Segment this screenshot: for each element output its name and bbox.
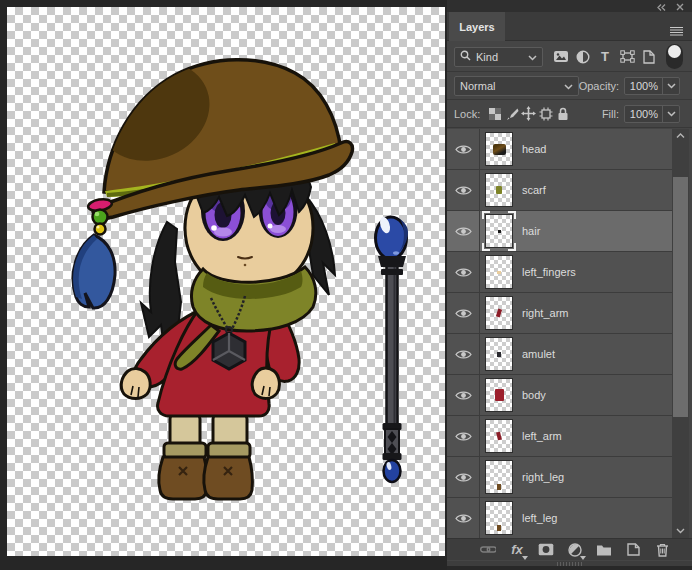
lock-all-icon[interactable] <box>554 107 571 121</box>
fill-input[interactable]: 100% <box>624 105 680 123</box>
thumbnail-content <box>496 309 502 318</box>
scroll-up-icon[interactable] <box>672 130 689 142</box>
eye-icon[interactable] <box>447 129 480 169</box>
scroll-down-icon[interactable] <box>672 525 689 537</box>
chevron-down-icon <box>528 51 537 63</box>
selection-bracket <box>508 243 516 251</box>
layer-name: left_leg <box>522 512 557 524</box>
panel-tab-bar: Layers <box>447 12 692 41</box>
link-layers-icon[interactable] <box>480 545 496 554</box>
shape-filter-icon[interactable] <box>616 50 638 63</box>
layer-thumbnail[interactable] <box>485 173 513 207</box>
panel-dock-header <box>447 0 692 12</box>
lock-pixels-icon[interactable] <box>503 107 520 121</box>
layer-thumbnail[interactable] <box>485 255 513 289</box>
layer-thumbnail[interactable] <box>485 214 513 248</box>
caret-icon <box>580 556 586 560</box>
blend-mode-value: Normal <box>460 80 495 92</box>
eye-icon[interactable] <box>447 498 480 538</box>
smartobject-filter-icon[interactable] <box>638 50 660 64</box>
layer-row-head[interactable]: head <box>447 129 672 170</box>
opacity-input[interactable]: 100% <box>624 77 680 95</box>
layer-row-left-leg[interactable]: left_leg <box>447 498 672 538</box>
lock-label: Lock: <box>454 108 480 120</box>
layer-name: hair <box>522 225 540 237</box>
resize-grip[interactable] <box>557 562 583 566</box>
adjustment-filter-icon[interactable] <box>572 50 594 64</box>
character-artwork <box>7 7 445 556</box>
lock-transparency-icon[interactable] <box>486 107 503 121</box>
chevron-down-icon[interactable] <box>662 78 679 94</box>
layers-toolbar: fx <box>447 538 692 560</box>
layer-style-icon[interactable]: fx <box>509 543 525 557</box>
lock-position-icon[interactable] <box>520 106 537 121</box>
layer-thumbnail[interactable] <box>485 378 513 412</box>
eye-icon[interactable] <box>447 170 480 210</box>
eye-icon[interactable] <box>447 211 480 251</box>
eye-icon[interactable] <box>447 375 480 415</box>
layers-panel: Layers Kind T <box>447 0 692 570</box>
filter-toggle[interactable] <box>666 44 683 69</box>
layer-row-left-fingers[interactable]: left_fingers <box>447 252 672 293</box>
lock-artboard-icon[interactable] <box>537 107 554 121</box>
blend-mode-select[interactable]: Normal <box>454 76 579 96</box>
layer-row-left-arm[interactable]: left_arm <box>447 416 672 457</box>
layer-list: head scarf hair left_fingers <box>447 129 672 538</box>
eye-icon[interactable] <box>447 334 480 374</box>
layer-row-hair[interactable]: hair <box>447 211 672 252</box>
character-art <box>73 44 352 499</box>
blend-row: Normal Opacity: 100% <box>447 72 692 100</box>
fill-label: Fill: <box>602 108 619 120</box>
thumbnail-content <box>497 271 501 274</box>
layer-thumbnail[interactable] <box>485 460 513 494</box>
document-canvas[interactable] <box>7 7 445 556</box>
thumbnail-content <box>498 230 501 233</box>
layer-row-body[interactable]: body <box>447 375 672 416</box>
search-icon <box>460 50 471 63</box>
tab-layers[interactable]: Layers <box>449 12 505 41</box>
layer-list-scrollbar[interactable] <box>672 129 689 538</box>
eye-icon[interactable] <box>447 293 480 333</box>
pixel-filter-icon[interactable] <box>550 50 572 63</box>
layer-name: amulet <box>522 348 555 360</box>
kind-filter-select[interactable]: Kind <box>454 47 543 67</box>
layer-row-right-leg[interactable]: right_leg <box>447 457 672 498</box>
layer-row-right-arm[interactable]: right_arm <box>447 293 672 334</box>
layer-thumbnail[interactable] <box>485 337 513 371</box>
filter-row: Kind T <box>447 42 692 72</box>
layer-thumbnail[interactable] <box>485 132 513 166</box>
thumbnail-content <box>497 525 501 531</box>
kind-filter-label: Kind <box>476 51 498 63</box>
filter-toggle-knob <box>668 45 681 58</box>
chevron-down-icon[interactable] <box>662 106 679 122</box>
selection-bracket <box>508 211 516 219</box>
thumbnail-content <box>495 389 504 401</box>
new-group-icon[interactable] <box>596 544 612 556</box>
panel-menu-icon[interactable] <box>670 22 683 40</box>
thumbnail-content <box>497 352 501 357</box>
new-layer-icon[interactable] <box>625 543 641 556</box>
eye-icon[interactable] <box>447 457 480 497</box>
layer-name: right_arm <box>522 307 568 319</box>
lock-row: Lock: Fill: 100% <box>447 100 692 128</box>
layer-thumbnail[interactable] <box>485 296 513 330</box>
eye-icon[interactable] <box>447 252 480 292</box>
photoshop-workspace: { "window": { "collapse_icon": "double-c… <box>0 0 692 570</box>
selection-bracket <box>482 211 490 219</box>
layer-name: left_arm <box>522 430 562 442</box>
thumbnail-content <box>496 432 502 441</box>
delete-layer-icon[interactable] <box>654 543 670 557</box>
type-filter-icon[interactable]: T <box>594 50 616 63</box>
eye-icon[interactable] <box>447 416 480 456</box>
layer-thumbnail[interactable] <box>485 501 513 535</box>
selection-bracket <box>482 243 490 251</box>
layer-name: scarf <box>522 184 546 196</box>
layer-thumbnail[interactable] <box>485 419 513 453</box>
layer-row-amulet[interactable]: amulet <box>447 334 672 375</box>
panel-controls: Kind T <box>447 42 692 128</box>
layer-mask-icon[interactable] <box>538 543 554 556</box>
adjustment-layer-icon[interactable] <box>567 543 583 557</box>
thumbnail-content <box>497 484 501 490</box>
layer-row-scarf[interactable]: scarf <box>447 170 672 211</box>
scrollbar-thumb[interactable] <box>673 177 688 417</box>
